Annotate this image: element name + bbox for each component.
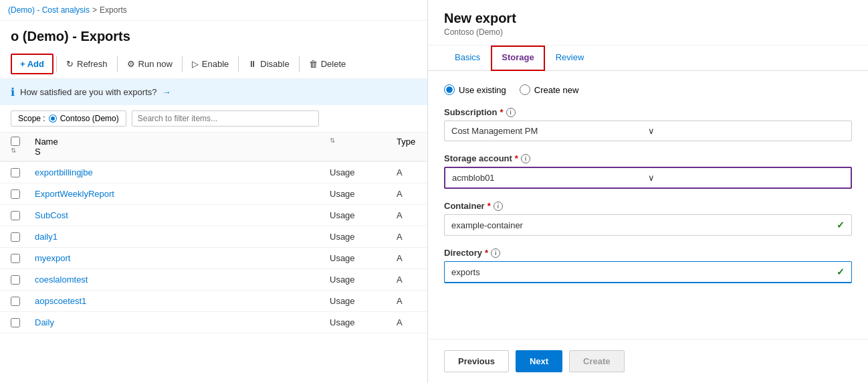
storage-account-dropdown[interactable]: acmblob01 ∨ (444, 167, 852, 189)
directory-input-field: ✓ (444, 261, 852, 283)
refresh-button[interactable]: ↻ Refresh (60, 55, 114, 73)
export-name-3[interactable]: SubCost (35, 210, 330, 220)
use-existing-label: Use existing (459, 85, 506, 95)
tab-review[interactable]: Review (545, 46, 595, 70)
use-existing-radio[interactable] (444, 84, 455, 95)
search-box[interactable] (132, 110, 319, 127)
panel-header: New export Contoso (Demo) (428, 0, 868, 46)
directory-required: * (485, 248, 488, 258)
left-panel: (Demo) - Cost analysis > Exports o (Demo… (0, 0, 428, 383)
row-checkbox-4[interactable] (11, 232, 20, 242)
type-sort-icon[interactable]: ⇅ (11, 147, 35, 157)
tabs: Basics Storage Review (428, 46, 868, 71)
toolbar-separator-2 (117, 56, 118, 72)
scope-dot-icon (49, 115, 56, 122)
delete-button[interactable]: 🗑 Delete (302, 55, 353, 73)
refresh-icon: ↻ (66, 59, 74, 69)
row-checkbox-7[interactable] (11, 297, 20, 306)
storage-account-info-icon[interactable]: i (521, 154, 530, 163)
breadcrumb-cost-analysis[interactable]: (Demo) - Cost analysis (8, 5, 90, 15)
table-header: Name ⇅ Type ⇅ S (0, 133, 427, 162)
export-type-1: Usage (330, 167, 397, 177)
directory-input[interactable] (451, 267, 837, 277)
container-label: Container * i (444, 201, 852, 211)
row-checkbox-5[interactable] (11, 254, 20, 263)
enable-label: Enable (202, 59, 229, 69)
export-status-5: A (397, 253, 417, 263)
toolbar-separator-1 (56, 56, 57, 72)
info-arrow-link[interactable]: → (162, 87, 171, 97)
tab-storage[interactable]: Storage (491, 46, 544, 71)
export-type-7: Usage (330, 296, 397, 306)
export-status-3: A (397, 210, 417, 220)
run-now-label: Run now (138, 59, 173, 69)
scope-badge[interactable]: Scope : Contoso (Demo) (11, 110, 126, 127)
subscription-field: Subscription * i Cost Management PM ∨ (444, 107, 852, 141)
enable-button[interactable]: ▷ Enable (185, 55, 235, 73)
create-new-label: Create new (534, 85, 578, 95)
container-required: * (487, 201, 491, 211)
table-row: ExportWeeklyReport Usage A (0, 183, 427, 205)
search-input[interactable] (138, 114, 313, 123)
use-existing-option[interactable]: Use existing (444, 84, 506, 95)
export-status-1: A (397, 167, 417, 177)
select-all-checkbox[interactable] (11, 137, 20, 146)
export-name-7[interactable]: aopscoetest1 (35, 296, 330, 306)
info-icon: ℹ (11, 86, 15, 98)
table-row: daily1 Usage A (0, 226, 427, 248)
toolbar-separator-5 (299, 56, 300, 72)
export-name-4[interactable]: daily1 (35, 232, 330, 242)
breadcrumb-exports: Exports (100, 5, 127, 15)
add-button[interactable]: + Add (11, 54, 53, 74)
export-name-5[interactable]: myexport (35, 253, 330, 263)
breadcrumb-sep: > (92, 5, 97, 15)
create-button: Create (569, 350, 624, 372)
subscription-dropdown[interactable]: Cost Management PM ∨ (444, 121, 852, 141)
export-type-2: Usage (330, 189, 397, 199)
row-checkbox-8[interactable] (11, 318, 20, 327)
subscription-info-icon[interactable]: i (506, 108, 516, 117)
scope-row: Scope : Contoso (Demo) (0, 105, 427, 133)
info-bar: ℹ How satisfied are you with exports? → (0, 79, 427, 105)
previous-button[interactable]: Previous (444, 350, 509, 372)
export-name-1[interactable]: exportbillingjbe (35, 167, 330, 177)
tab-basics[interactable]: Basics (444, 46, 491, 70)
delete-label: Delete (321, 59, 346, 69)
name-sort-icon[interactable]: ⇅ (330, 137, 397, 147)
row-checkbox-1[interactable] (11, 168, 20, 177)
export-status-8: A (397, 317, 417, 327)
subscription-label-text: Subscription (444, 107, 497, 117)
container-input[interactable] (451, 220, 837, 230)
container-info-icon[interactable]: i (494, 202, 503, 211)
create-new-radio[interactable] (520, 84, 530, 95)
next-button[interactable]: Next (516, 350, 562, 372)
info-text: How satisfied are you with exports? (20, 87, 156, 97)
dropdown-arrow-icon: ∨ (648, 126, 845, 136)
export-status-7: A (397, 296, 417, 306)
directory-label: Directory * i (444, 248, 852, 258)
export-name-6[interactable]: coeslalomtest (35, 275, 330, 285)
refresh-label: Refresh (77, 59, 108, 69)
storage-type-radio-group: Use existing Create new (444, 84, 852, 95)
table-row: exportbillingjbe Usage A (0, 162, 427, 183)
storage-account-value: acmblob01 (452, 173, 648, 183)
storage-account-label-text: Storage account (444, 153, 512, 163)
container-input-field: ✓ (444, 214, 852, 236)
subscription-required: * (500, 107, 503, 117)
table-row: SubCost Usage A (0, 205, 427, 226)
export-status-4: A (397, 232, 417, 242)
export-type-4: Usage (330, 232, 397, 242)
create-new-option[interactable]: Create new (520, 84, 578, 95)
row-checkbox-2[interactable] (11, 189, 20, 199)
export-type-6: Usage (330, 275, 397, 285)
export-name-8[interactable]: Daily (35, 317, 330, 327)
disable-button[interactable]: ⏸ Disable (241, 55, 296, 73)
row-checkbox-3[interactable] (11, 211, 20, 220)
table-row: myexport Usage A (0, 248, 427, 269)
run-now-button[interactable]: ⚙ Run now (120, 55, 179, 73)
directory-info-icon[interactable]: i (491, 248, 500, 258)
row-checkbox-6[interactable] (11, 275, 20, 285)
storage-account-field: Storage account * i acmblob01 ∨ (444, 153, 852, 189)
storage-account-required: * (515, 153, 518, 163)
export-name-2[interactable]: ExportWeeklyReport (35, 189, 330, 199)
